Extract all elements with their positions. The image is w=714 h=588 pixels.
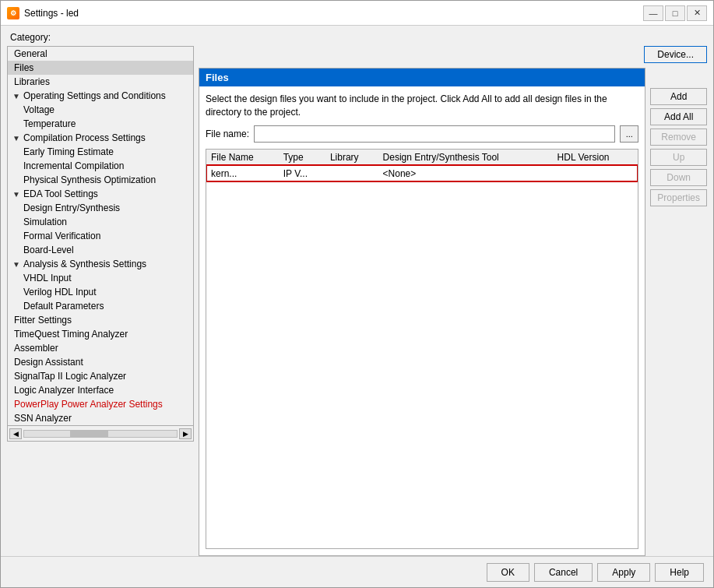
sidebar-item-board-level[interactable]: Board-Level [8,243,193,257]
file-name-label: File name: [206,129,249,139]
scroll-left-button[interactable]: ◀ [9,428,22,439]
sidebar-item-label: Early Timing Estimate [23,146,114,157]
files-table: File Name Type Library Design Entry/Synt… [206,150,638,181]
sidebar-item-powerplay[interactable]: PowerPlay Power Analyzer Settings [8,397,193,411]
cancel-button[interactable]: Cancel [534,563,593,582]
expand-icon: ▼ [11,188,22,199]
sidebar-item-label: TimeQuest Timing Analyzer [14,329,128,340]
sidebar-item-design-entry[interactable]: Design Entry/Synthesis [8,201,193,215]
expand-icon: ▼ [11,132,22,143]
device-btn-row: Device... [199,46,707,63]
sidebar-item-label: Simulation [23,217,67,227]
title-bar-left: ⚙ Settings - led [7,7,79,19]
expand-icon: ▼ [11,259,22,269]
settings-window: ⚙ Settings - led — □ ✕ Category: General [0,0,714,588]
down-button[interactable]: Down [650,169,707,186]
sidebar-scrollbar-area: ◀ ▶ [7,426,194,442]
sidebar-item-label: Design Assistant [14,357,83,368]
close-button[interactable]: ✕ [687,5,707,21]
h-scrollbar[interactable] [23,430,178,438]
sidebar-item-analysis-synthesis[interactable]: ▼ Analysis & Synthesis Settings [8,257,193,271]
ok-button[interactable]: OK [487,563,529,582]
col-file-name: File Name [206,150,279,166]
sidebar-item-formal-verification[interactable]: Formal Verification [8,229,193,243]
minimize-button[interactable]: — [643,5,663,21]
footer: OK Cancel Apply Help [1,556,713,587]
sidebar-item-incremental[interactable]: Incremental Compilation [8,159,193,173]
browse-button[interactable]: ... [620,125,638,143]
sidebar-item-label: Formal Verification [23,231,100,241]
files-description: Select the design files you want to incl… [206,93,638,119]
sidebar-item-default-params[interactable]: Default Parameters [8,299,193,313]
sidebar-item-label: Temperature [23,118,76,129]
sidebar-item-label: Logic Analyzer Interface [14,385,114,396]
main-content: Category: General Files Libraries [1,26,713,587]
sidebar-item-eda-tool[interactable]: ▼ EDA Tool Settings [8,187,193,201]
files-body: Select the design files you want to incl… [199,86,645,555]
cell-file-name: kern... [206,165,279,181]
sidebar-item-files[interactable]: Files [8,61,193,75]
sidebar-item-verilog-hdl[interactable]: Verilog HDL Input [8,285,193,299]
sidebar-item-general[interactable]: General [8,47,193,61]
sidebar-item-label: General [14,48,47,59]
sidebar-item-voltage[interactable]: Voltage [8,103,193,117]
sidebar-item-logic-analyzer[interactable]: Logic Analyzer Interface [8,383,193,397]
add-all-button[interactable]: Add All [650,108,707,125]
sidebar-item-vhdl-input[interactable]: VHDL Input [8,271,193,285]
sidebar-item-simulation[interactable]: Simulation [8,215,193,229]
sidebar-item-label: SignalTap II Logic Analyzer [14,371,126,382]
table-row[interactable]: kern... IP V... <None> [206,165,638,181]
col-hdl-version: HDL Version [553,150,638,166]
sidebar-item-label: Board-Level [23,245,74,255]
add-button[interactable]: Add [650,88,707,105]
sidebar-item-assembler[interactable]: Assembler [8,341,193,355]
file-name-input[interactable] [254,125,615,143]
sidebar-item-signaltap[interactable]: SignalTap II Logic Analyzer [8,369,193,383]
cell-type: IP V... [279,165,325,181]
maximize-button[interactable]: □ [665,5,685,21]
sidebar-item-operating-settings[interactable]: ▼ Operating Settings and Conditions [8,89,193,103]
scroll-right-button[interactable]: ▶ [179,428,192,439]
apply-button[interactable]: Apply [597,563,650,582]
action-buttons: Add Add All Remove Up Down Properties [650,68,707,556]
sidebar-item-label: Operating Settings and Conditions [23,90,166,101]
sidebar-item-ssn-analyzer[interactable]: SSN Analyzer [8,411,193,425]
sidebar-item-label: VHDL Input [23,273,72,283]
help-button[interactable]: Help [655,563,704,582]
sidebar-item-libraries[interactable]: Libraries [8,75,193,89]
sidebar-item-physical-synthesis[interactable]: Physical Synthesis Optimization [8,173,193,187]
cell-library [325,165,378,181]
category-label: Category: [1,26,713,46]
remove-button[interactable]: Remove [650,129,707,146]
properties-button[interactable]: Properties [650,189,707,206]
app-icon: ⚙ [7,7,19,19]
sidebar-item-label: Voltage [23,104,55,115]
sidebar-item-temperature[interactable]: Temperature [8,117,193,131]
sidebar-item-label: Assembler [14,343,58,354]
sidebar-item-label: Libraries [14,76,50,87]
device-button[interactable]: Device... [644,46,707,63]
col-type: Type [279,150,325,166]
sidebar-item-label: SSN Analyzer [14,413,72,424]
title-controls: — □ ✕ [643,5,707,21]
window-title: Settings - led [24,8,79,19]
sidebar-item-design-assistant[interactable]: Design Assistant [8,355,193,369]
sidebar-item-early-timing[interactable]: Early Timing Estimate [8,145,193,159]
sidebar-item-label: EDA Tool Settings [23,188,98,199]
files-panel: Files Select the design files you want t… [199,68,645,556]
sidebar-item-fitter[interactable]: Fitter Settings [8,313,193,327]
sidebar-item-compilation-process[interactable]: ▼ Compilation Process Settings [8,131,193,145]
up-button[interactable]: Up [650,149,707,166]
body-area: General Files Libraries ▼ Operating Sett… [1,46,713,556]
cell-design-entry: <None> [378,165,553,181]
sidebar-item-timequest[interactable]: TimeQuest Timing Analyzer [8,327,193,341]
col-design-entry: Design Entry/Synthesis Tool [378,150,553,166]
file-name-row: File name: ... [206,125,638,143]
sidebar-item-label: Verilog HDL Input [23,287,97,298]
sidebar-item-label: Files [14,62,33,73]
sidebar-item-label: Analysis & Synthesis Settings [23,259,146,269]
sidebar-item-label: Fitter Settings [14,315,72,326]
files-table-area: File Name Type Library Design Entry/Synt… [206,149,638,549]
sidebar-item-label: Incremental Compilation [23,160,124,171]
right-panel: Device... Files Select the design files … [199,46,707,556]
